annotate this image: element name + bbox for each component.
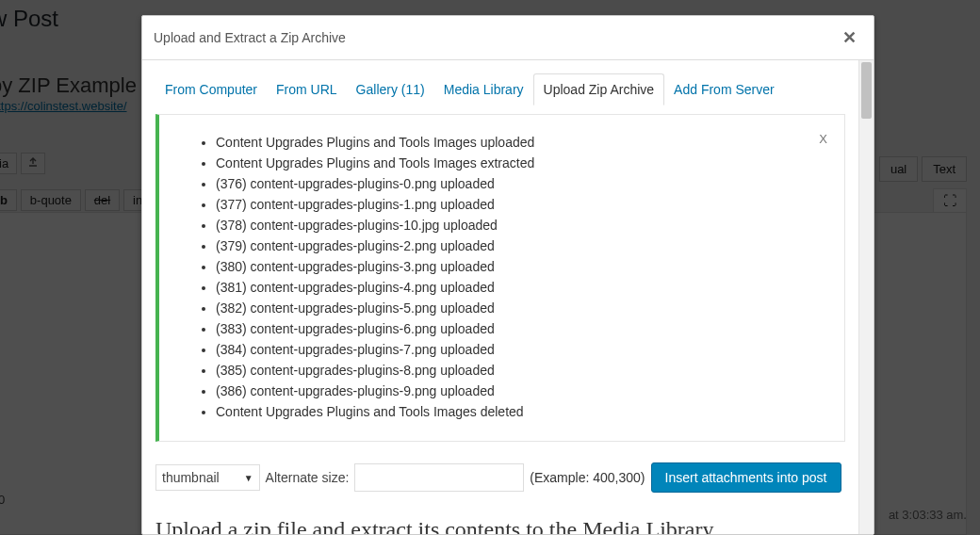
upload-zip-modal: Upload and Extract a Zip Archive ✕ From …	[141, 15, 874, 535]
upload-tabs: From Computer From URL Gallery (11) Medi…	[155, 66, 845, 105]
modal-body: From Computer From URL Gallery (11) Medi…	[142, 60, 874, 534]
list-item: Content Upgrades Plugins and Tools Image…	[216, 153, 822, 173]
list-item: (378) content-upgrades-plugins-10.jpg up…	[216, 215, 822, 235]
scrollbar-thumb[interactable]	[861, 62, 872, 119]
image-size-select[interactable]: thumbnail ▼	[155, 464, 260, 491]
tab-gallery[interactable]: Gallery (11)	[347, 74, 434, 105]
insert-attachments-button[interactable]: Insert attachments into post	[651, 462, 841, 493]
list-item: (384) content-upgrades-plugins-7.png upl…	[216, 339, 822, 360]
dismiss-notice-button[interactable]: X	[819, 132, 827, 146]
close-icon[interactable]: ✕	[837, 25, 862, 50]
list-item: Content Upgrades Plugins and Tools Image…	[216, 401, 822, 422]
modal-header: Upload and Extract a Zip Archive ✕	[142, 16, 874, 60]
upload-result-notice: X Content Upgrades Plugins and Tools Ima…	[155, 114, 845, 442]
alternate-size-input[interactable]	[354, 463, 524, 492]
list-item: (386) content-upgrades-plugins-9.png upl…	[216, 381, 822, 401]
modal-content: From Computer From URL Gallery (11) Medi…	[142, 60, 858, 534]
tab-add-from-server[interactable]: Add From Server	[664, 74, 784, 105]
tab-from-computer[interactable]: From Computer	[155, 74, 267, 105]
chevron-down-icon: ▼	[244, 473, 253, 483]
list-item: (383) content-upgrades-plugins-6.png upl…	[216, 318, 822, 339]
list-item: (379) content-upgrades-plugins-2.png upl…	[216, 235, 822, 256]
list-item: (385) content-upgrades-plugins-8.png upl…	[216, 360, 822, 381]
tab-media-library[interactable]: Media Library	[434, 74, 533, 105]
list-item: Content Upgrades Plugins and Tools Image…	[216, 132, 822, 153]
alternate-size-label: Alternate size:	[266, 470, 350, 485]
list-item: (377) content-upgrades-plugins-1.png upl…	[216, 194, 822, 215]
modal-title: Upload and Extract a Zip Archive	[154, 30, 346, 45]
example-hint: (Example: 400,300)	[530, 470, 645, 485]
image-size-value: thumbnail	[162, 470, 220, 485]
modal-scrollbar[interactable]	[858, 60, 874, 534]
upload-log-list: Content Upgrades Plugins and Tools Image…	[182, 132, 822, 422]
tab-upload-zip[interactable]: Upload Zip Archive	[533, 73, 665, 105]
list-item: (382) content-upgrades-plugins-5.png upl…	[216, 298, 822, 318]
tab-from-url[interactable]: From URL	[267, 74, 347, 105]
attachment-options-row: thumbnail ▼ Alternate size: (Example: 40…	[155, 462, 845, 493]
list-item: (380) content-upgrades-plugins-3.png upl…	[216, 256, 822, 277]
list-item: (381) content-upgrades-plugins-4.png upl…	[216, 277, 822, 298]
upload-zip-heading: Upload a zip file and extract its conten…	[155, 517, 845, 534]
list-item: (376) content-upgrades-plugins-0.png upl…	[216, 173, 822, 194]
